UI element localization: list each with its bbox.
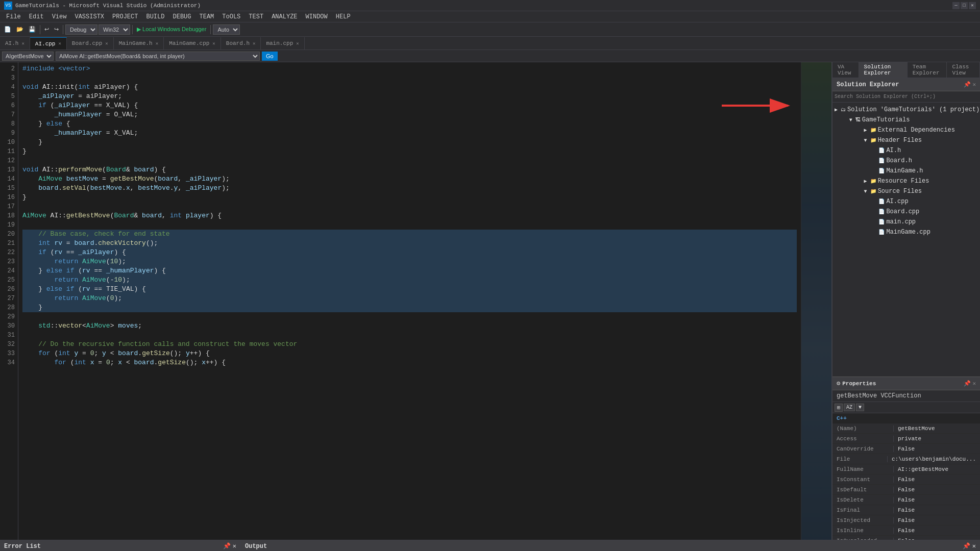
output-close-btn[interactable]: ✕ xyxy=(972,542,976,550)
error-list-close-btn[interactable]: ✕ xyxy=(233,542,236,550)
tree-item[interactable]: ▶ 📁Resource Files xyxy=(832,176,980,186)
tree-node-icon: ▼ 📁 xyxy=(864,188,876,194)
code-content[interactable]: #include <vector>void AI::init(int aiPla… xyxy=(18,62,801,540)
se-tab-va-view[interactable]: VA View xyxy=(832,62,859,78)
restore-btn[interactable]: □ xyxy=(961,2,968,9)
se-tab-solution-explorer[interactable]: Solution Explorer xyxy=(859,62,908,78)
code-editor[interactable]: 2345678910111213141516171819202122232425… xyxy=(0,62,832,540)
menu-item-edit[interactable]: Edit xyxy=(25,11,48,22)
menu-item-team[interactable]: TEAM xyxy=(195,11,218,22)
error-list-pin-btn[interactable]: 📌 xyxy=(223,542,231,550)
code-line xyxy=(22,156,797,165)
new-project-btn[interactable]: 📄 xyxy=(2,24,13,35)
se-search-placeholder[interactable]: Search Solution Explorer (Ctrl+;) xyxy=(835,94,936,99)
tree-item[interactable]: ▼ 🏗GameTutorials xyxy=(832,115,980,125)
tab-Boardh[interactable]: Board.h✕ xyxy=(221,37,261,49)
menu-item-project[interactable]: PROJECT xyxy=(108,11,142,22)
props-pin-btn[interactable]: 📌 xyxy=(964,380,971,387)
menu-item-help[interactable]: HELP xyxy=(332,11,355,22)
tree-item[interactable]: 📄Board.cpp xyxy=(832,207,980,217)
se-tab-team-explorer[interactable]: Team Explorer xyxy=(908,62,947,78)
platform-select[interactable]: Win32 xyxy=(99,24,130,35)
menu-item-file[interactable]: File xyxy=(2,11,25,22)
menu-bar: FileEditViewVASSISTXPROJECTBUILDDEBUGTEA… xyxy=(0,11,980,22)
tab-MainGamecpp[interactable]: MainGame.cpp✕ xyxy=(164,37,221,49)
se-header: Solution Explorer 📌 ✕ xyxy=(832,78,980,91)
menu-item-test[interactable]: TEST xyxy=(244,11,267,22)
props-alpha-btn[interactable]: AZ xyxy=(844,404,855,411)
tab-close[interactable]: ✕ xyxy=(21,41,24,46)
open-btn[interactable]: 📂 xyxy=(14,24,26,35)
start-debug-btn[interactable]: ▶ Local Windows Debugger xyxy=(135,24,208,35)
code-line: _aiPlayer = aiPlayer; xyxy=(22,92,797,101)
tree-item[interactable]: ▼ 📁Header Files xyxy=(832,135,980,145)
code-line xyxy=(22,312,797,321)
se-tab-class-view[interactable]: Class View xyxy=(947,62,980,78)
tab-maincpp[interactable]: main.cpp✕ xyxy=(261,37,304,49)
tree-item[interactable]: 📄AI.cpp xyxy=(832,196,980,207)
tab-close[interactable]: ✕ xyxy=(156,41,158,46)
code-line: #include <vector> xyxy=(22,64,797,73)
tree-node-label: Resource Files xyxy=(878,178,929,185)
toolbar-sep-4 xyxy=(210,25,211,34)
tab-label: AI.cpp xyxy=(35,41,56,47)
go-btn[interactable]: Go xyxy=(262,52,278,61)
output-pin-btn[interactable]: 📌 xyxy=(963,542,970,550)
props-close-btn[interactable]: ✕ xyxy=(972,380,976,387)
line-num: 6 xyxy=(0,101,15,110)
line-num: 17 xyxy=(0,202,15,211)
tree-item[interactable]: 📄MainGame.h xyxy=(832,166,980,176)
tree-node-icon: 📄 xyxy=(878,168,885,174)
se-close-btn[interactable]: ✕ xyxy=(972,81,976,88)
tree-item[interactable]: ▶ 📁External Dependencies xyxy=(832,125,980,135)
scope-select[interactable]: AIgetBestMove xyxy=(2,52,54,61)
menu-item-vassistx[interactable]: VASSISTX xyxy=(70,11,108,22)
props-icon: ⚙ xyxy=(837,380,840,387)
tree-item[interactable]: 📄AI.h xyxy=(832,145,980,156)
tab-Boardcpp[interactable]: Board.cpp✕ xyxy=(67,37,114,49)
tab-close[interactable]: ✕ xyxy=(296,41,299,46)
tab-AIcpp[interactable]: AI.cpp✕ xyxy=(30,37,67,49)
tab-close[interactable]: ✕ xyxy=(105,41,108,46)
tab-AIh[interactable]: AI.h✕ xyxy=(0,37,30,49)
menu-item-build[interactable]: BUILD xyxy=(142,11,168,22)
code-container: 2345678910111213141516171819202122232425… xyxy=(0,62,831,540)
toolbar: 📄 📂 💾 ↩ ↪ Debug Win32 ▶ Local Windows De… xyxy=(0,22,980,37)
tab-close[interactable]: ✕ xyxy=(58,41,61,46)
attach-mode-select[interactable]: Auto xyxy=(213,24,240,35)
code-line: if (_aiPlayer == X_VAL) { xyxy=(22,101,797,110)
tab-bar: AI.h✕AI.cpp✕Board.cpp✕MainGame.h✕MainGam… xyxy=(0,37,980,50)
tree-item[interactable]: 📄main.cpp xyxy=(832,217,980,227)
prop-val: False xyxy=(894,528,980,534)
tree-indent xyxy=(835,137,864,144)
redo-btn[interactable]: ↪ xyxy=(52,24,61,35)
prop-row: (Name)getBestMove xyxy=(832,423,980,434)
tab-close[interactable]: ✕ xyxy=(253,41,255,46)
tree-item[interactable]: 📄MainGame.cpp xyxy=(832,227,980,237)
line-num: 31 xyxy=(0,331,15,340)
tree-node-label: GameTutorials xyxy=(862,116,910,123)
minimize-btn[interactable]: ─ xyxy=(952,2,960,9)
props-categorize-btn[interactable]: ⊞ xyxy=(835,404,843,412)
props-filter-btn[interactable]: ▼ xyxy=(856,404,864,411)
tree-node-icon: 📄 xyxy=(878,147,885,154)
menu-item-analyze[interactable]: ANALYZE xyxy=(267,11,301,22)
se-pin-btn[interactable]: 📌 xyxy=(964,81,971,88)
debug-config-select[interactable]: Debug xyxy=(65,24,97,35)
save-btn[interactable]: 💾 xyxy=(27,24,38,35)
menu-item-window[interactable]: WINDOW xyxy=(302,11,332,22)
props-controls: 📌 ✕ xyxy=(964,380,976,387)
undo-btn[interactable]: ↩ xyxy=(42,24,51,35)
tree-node-icon: 📄 xyxy=(878,229,885,235)
tree-item[interactable]: ▼ 📁Source Files xyxy=(832,186,980,196)
tree-item[interactable]: 📄Board.h xyxy=(832,156,980,166)
minimap xyxy=(801,62,831,540)
menu-item-view[interactable]: View xyxy=(48,11,71,22)
close-btn[interactable]: ✕ xyxy=(969,2,976,9)
tab-MainGameh[interactable]: MainGame.h✕ xyxy=(114,37,164,49)
tab-close[interactable]: ✕ xyxy=(212,41,215,46)
menu-item-tools[interactable]: ToOLS xyxy=(218,11,244,22)
tree-item[interactable]: ▶ 🗂Solution 'GameTutorials' (1 project) xyxy=(832,105,980,115)
member-select[interactable]: AiMove AI::getBestMove(Board& board, int… xyxy=(56,52,260,61)
menu-item-debug[interactable]: DEBUG xyxy=(168,11,195,22)
